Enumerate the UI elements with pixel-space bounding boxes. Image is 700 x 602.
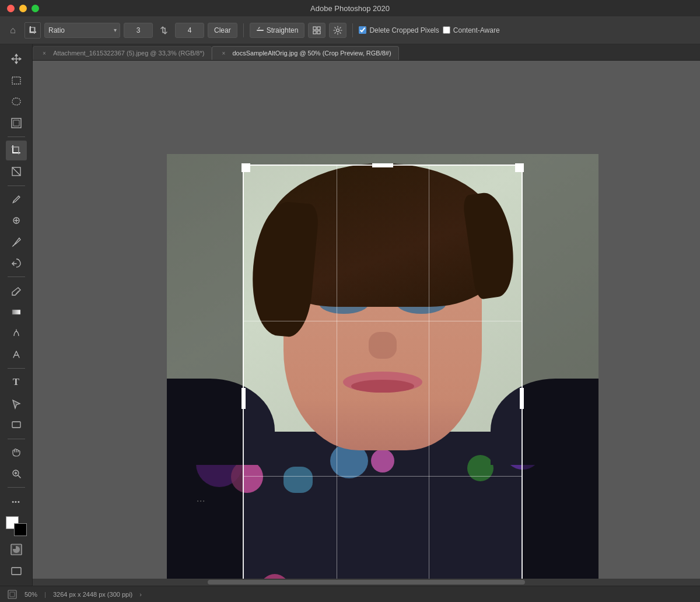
svg-line-21 [18,475,20,478]
tab-1-close[interactable]: × [40,49,48,57]
straighten-button[interactable]: Straighten [250,23,305,38]
svg-rect-19 [12,422,20,428]
frame-tool[interactable] [6,162,27,181]
svg-rect-28 [8,590,16,598]
svg-rect-29 [10,592,15,597]
image-dimensions: 3264 px x 2448 px (300 ppi) [53,591,132,598]
clear-button[interactable]: Clear [208,23,237,38]
screen-modes-icon[interactable] [7,589,18,600]
hand-tool[interactable] [6,442,27,462]
tool-sep-1 [8,136,25,137]
delete-cropped-label[interactable]: Delete Cropped Pixels [359,26,439,34]
svg-rect-26 [13,546,16,549]
status-separator: | [44,591,46,598]
svg-rect-27 [12,568,21,575]
lasso-tool[interactable] [6,92,27,111]
separator-2 [352,23,353,37]
brush-tool[interactable] [6,232,27,252]
ratio-select[interactable]: RatioOriginal Ratio1:1 (Square)4:5 (8:10… [44,23,120,38]
tool-sep-2 [8,186,25,186]
magic-wand-tool[interactable] [6,113,27,132]
crop-tool[interactable] [6,141,27,160]
tool-sep-3 [8,276,25,277]
svg-rect-7 [313,31,316,34]
titlebar: Adobe Photoshop 2020 [0,0,700,16]
content-aware-label[interactable]: Content-Aware [443,26,500,34]
svg-rect-10 [12,77,20,84]
scrollbar-thumb[interactable] [208,580,525,584]
width-input[interactable] [124,23,153,38]
separator-1 [243,23,244,37]
svg-rect-5 [313,27,316,30]
tab-2-close[interactable]: × [219,49,228,57]
marquee-tool[interactable] [6,70,27,90]
color-swatches[interactable] [6,516,27,536]
svg-point-9 [337,29,340,32]
home-button[interactable]: ⌂ [5,22,21,38]
canvas-area: • • • [33,61,700,586]
tab-1-label: Attachment_1615322367 (5).jpeg @ 33,3% (… [53,50,204,57]
swap-button[interactable] [156,23,172,38]
tools-panel: T ••• [0,44,33,586]
eyedropper-tool[interactable] [6,190,27,209]
zoom-tool[interactable] [6,464,27,484]
tab-1[interactable]: × Attachment_1615322367 (5).jpeg @ 33,3%… [33,46,212,60]
status-arrow[interactable]: › [139,591,142,598]
screen-mode-button[interactable] [6,561,27,581]
dots-indicator: • • • [197,498,205,503]
maximize-button[interactable] [32,5,39,12]
blur-tool[interactable] [6,323,27,343]
tool-sep-6 [8,487,25,488]
gradient-tool[interactable] [6,302,27,322]
clone-stamp-tool[interactable] [6,253,27,273]
settings-button[interactable] [329,23,346,38]
crop-tool-icon[interactable] [24,22,41,38]
height-input[interactable] [175,23,204,38]
tab-2[interactable]: × docsSampleAltOrig.jpg @ 50% (Crop Prev… [212,46,398,60]
tab-2-label: docsSampleAltOrig.jpg @ 50% (Crop Previe… [232,50,391,57]
path-select-tool[interactable] [6,394,27,414]
status-nav [7,589,18,600]
content-aware-checkbox[interactable] [443,26,450,34]
move-tool[interactable] [6,49,27,69]
grid-overlay-button[interactable] [308,23,326,38]
shape-tool[interactable] [6,415,27,435]
foreground-color-swatch[interactable] [14,523,27,536]
delete-cropped-checkbox[interactable] [359,26,366,34]
statusbar: 50% | 3264 px x 2448 px (300 ppi) › [0,586,700,602]
svg-rect-17 [12,310,20,314]
type-tool[interactable]: T [6,372,27,392]
ratio-select-wrapper: RatioOriginal Ratio1:1 (Square)4:5 (8:10… [44,23,120,38]
eraser-tool[interactable] [6,281,27,300]
heal-tool[interactable] [6,211,27,230]
zoom-level: 50% [24,591,37,598]
pen-tool[interactable] [6,345,27,365]
toolbar: ⌂ RatioOriginal Ratio1:1 (Square)4:5 (8:… [0,16,700,44]
extra-tools[interactable]: ••• [6,491,27,511]
tabs-bar: × Attachment_1615322367 (5).jpeg @ 33,3%… [33,44,700,61]
close-button[interactable] [7,5,15,12]
canvas-viewport[interactable]: • • • [33,61,700,579]
svg-line-13 [12,167,20,176]
svg-rect-11 [12,118,21,128]
svg-rect-4 [257,30,264,31]
svg-rect-6 [317,27,320,30]
quick-mask-button[interactable] [6,540,27,559]
svg-rect-8 [317,31,320,34]
tool-sep-4 [8,368,25,369]
traffic-lights [7,5,39,12]
app-title: Adobe Photoshop 2020 [310,4,390,13]
tool-sep-5 [8,439,25,439]
minimize-button[interactable] [19,5,27,12]
canvas-scrollbar[interactable] [33,579,700,586]
photo-document: • • • [167,154,598,579]
